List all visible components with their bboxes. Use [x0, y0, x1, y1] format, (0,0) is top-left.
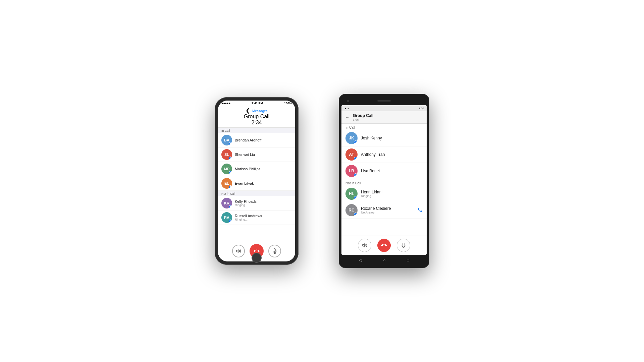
contact-info: Lisa Benet — [361, 169, 380, 173]
avatar: BA — [221, 135, 232, 145]
back-button[interactable]: ❮ Messages — [221, 107, 292, 114]
android-nav-bar: ← Group Call 3:06 — [341, 111, 427, 124]
avatar: EL — [221, 178, 232, 189]
iphone-screen: ●●●●● 9:41 PM 100% ❮ Messages Group Call… — [218, 101, 295, 261]
contact-row: RC Roxane Clediere No Answer — [341, 202, 427, 219]
end-call-button[interactable] — [377, 239, 391, 252]
android-call-controls — [341, 236, 427, 255]
contact-info: Josh Kenny — [361, 136, 382, 140]
contact-name: Shenwei Liu — [235, 153, 255, 157]
contact-row: SL Shenwei Liu — [218, 147, 295, 162]
android-device: ▲▲ 8:00 ← Group Call 3:06 In Call JK — [339, 94, 429, 268]
carrier-signal: ▲▲ — [344, 107, 350, 110]
call-title: Group Call — [221, 114, 292, 120]
messenger-badge — [354, 213, 358, 216]
iphone-nav-bar: ❮ Messages Group Call 2:34 — [218, 106, 295, 128]
contact-name: Russell Andrews — [235, 214, 262, 218]
contact-row: EL Evan Litvak — [218, 176, 295, 191]
messenger-badge — [229, 220, 232, 223]
contact-status: Ringing... — [235, 218, 262, 221]
scene: ●●●●● 9:41 PM 100% ❮ Messages Group Call… — [215, 94, 429, 268]
camera-dot — [347, 100, 349, 102]
iphone-device: ●●●●● 9:41 PM 100% ❮ Messages Group Call… — [215, 97, 299, 265]
contact-name: Henri Liriani — [361, 190, 382, 194]
battery-indicator: 100% — [284, 102, 292, 105]
contact-row: HL Henri Liriani Ringing... — [341, 186, 427, 202]
contact-info: Roxane Clediere No Answer — [361, 206, 391, 214]
contact-name: Evan Litvak — [235, 181, 254, 185]
android-screen: ▲▲ 8:00 ← Group Call 3:06 In Call JK — [341, 105, 427, 255]
messenger-badge — [229, 142, 232, 145]
contact-name: Kelly Rhoads — [235, 199, 257, 203]
contact-info: Anthony Tran — [361, 152, 385, 157]
back-label: Messages — [252, 109, 268, 113]
not-in-call-section-header: Not in Call — [218, 191, 295, 196]
contact-info: Marissa Phillips — [235, 167, 260, 171]
contact-info: Brendan Aronoff — [235, 138, 261, 142]
messenger-badge — [354, 140, 358, 144]
contact-row: LB Lisa Benet — [341, 163, 427, 179]
call-duration: 3:06 — [353, 118, 373, 121]
call-title: Group Call — [353, 113, 373, 118]
call-duration: 2:34 — [221, 120, 292, 126]
messenger-badge — [229, 171, 232, 174]
iphone-status-bar: ●●●●● 9:41 PM 100% — [218, 101, 295, 106]
contact-name: Josh Kenny — [361, 136, 382, 140]
contact-row: BA Brendan Aronoff — [218, 133, 295, 147]
contact-name: Brendan Aronoff — [235, 138, 261, 142]
contact-row: AT Anthony Tran — [341, 146, 427, 163]
messenger-badge — [354, 157, 358, 161]
time-display: 9:41 PM — [252, 102, 263, 105]
speaker-button[interactable] — [358, 239, 371, 252]
chevron-left-icon: ❮ — [246, 108, 250, 113]
speaker-grille — [377, 100, 391, 102]
android-top-bar — [341, 98, 427, 104]
iphone-home-button[interactable] — [252, 253, 262, 263]
contact-info: Shenwei Liu — [235, 153, 255, 157]
messenger-badge — [229, 205, 232, 208]
contact-name: Lisa Benet — [361, 169, 380, 173]
mute-button[interactable] — [397, 239, 410, 252]
back-button[interactable]: ← — [345, 115, 350, 120]
android-status-bar: ▲▲ 8:00 — [341, 105, 427, 111]
contact-info: Evan Litvak — [235, 181, 254, 185]
iphone-content: In Call BA Brendan Aronoff SL — [218, 128, 295, 241]
recents-nav-button[interactable]: □ — [407, 258, 409, 262]
avatar: KR — [221, 198, 232, 208]
android-content: In Call JK Josh Kenny AT — [341, 124, 427, 236]
not-in-call-section-header: Not in Call — [341, 179, 427, 186]
signal-indicator: ●●●●● — [221, 102, 230, 105]
messenger-badge — [354, 196, 358, 200]
avatar: RC — [345, 204, 358, 216]
contact-status: Ringing... — [361, 194, 382, 198]
avatar: SL — [221, 149, 232, 160]
home-nav-button[interactable]: ○ — [383, 258, 385, 262]
contact-row: JK Josh Kenny — [341, 130, 427, 146]
back-nav-button[interactable]: ◁ — [359, 258, 362, 262]
avatar: RA — [221, 212, 232, 223]
contact-name: Roxane Clediere — [361, 206, 391, 211]
avatar: JK — [345, 132, 358, 144]
contact-status: No Answer — [361, 211, 391, 214]
avatar: MP — [221, 164, 232, 174]
contact-info: Kelly Rhoads Ringing... — [235, 199, 257, 207]
contact-row: RA Russell Andrews Ringing... — [218, 210, 295, 225]
call-back-icon[interactable] — [417, 207, 423, 214]
svg-marker-0 — [236, 249, 238, 252]
messenger-badge — [354, 173, 358, 177]
contact-info: Russell Andrews Ringing... — [235, 214, 262, 221]
time-display: 8:00 — [419, 107, 424, 110]
avatar: HL — [345, 188, 358, 200]
in-call-section-header: In Call — [218, 128, 295, 133]
svg-marker-3 — [362, 244, 364, 247]
avatar: AT — [345, 148, 358, 161]
messenger-badge — [229, 185, 232, 189]
android-nav-buttons: ◁ ○ □ — [341, 255, 427, 265]
mute-button[interactable] — [268, 245, 281, 257]
contact-status: Ringing... — [235, 203, 257, 207]
contact-info: Henri Liriani Ringing... — [361, 190, 382, 198]
avatar: LB — [345, 165, 358, 177]
title-group: Group Call 3:06 — [353, 113, 373, 121]
in-call-section-header: In Call — [341, 124, 427, 130]
speaker-button[interactable] — [232, 245, 245, 257]
